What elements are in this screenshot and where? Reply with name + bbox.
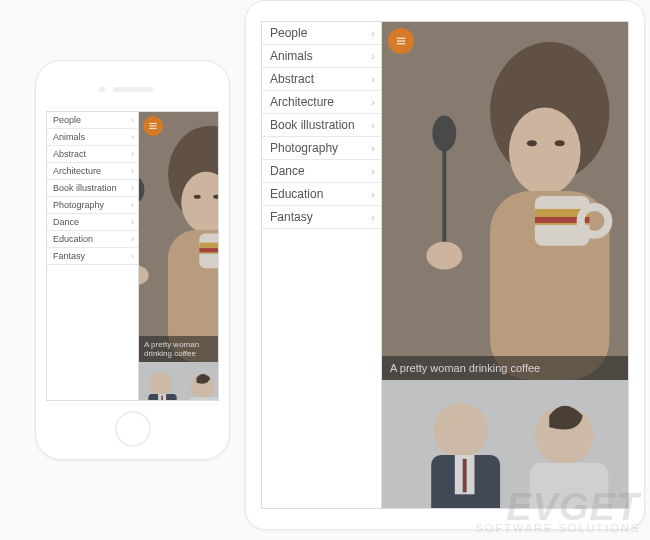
gallery-image [139, 112, 218, 362]
gallery-caption: A pretty woman drinking coffee [139, 336, 218, 362]
chevron-right-icon: › [371, 50, 375, 62]
svg-point-18 [149, 373, 171, 395]
chevron-right-icon: › [131, 183, 134, 193]
sidebar-item-photography[interactable]: Photography › [262, 137, 381, 160]
sidebar-item-dance[interactable]: Dance › [47, 214, 138, 231]
chevron-right-icon: › [371, 211, 375, 223]
gallery-item[interactable] [139, 362, 218, 401]
sidebar-item-book-illustration[interactable]: Book illustration › [262, 114, 381, 137]
sidebar-item-fantasy[interactable]: Fantasy › [262, 206, 381, 229]
svg-point-31 [509, 108, 581, 196]
gallery-item[interactable] [382, 380, 628, 509]
sidebar-item-dance[interactable]: Dance › [262, 160, 381, 183]
gallery: A pretty woman drinking coffee [139, 112, 218, 400]
category-sidebar: People › Animals › Abstract › Architectu… [262, 22, 382, 508]
category-sidebar: People › Animals › Abstract › Architectu… [47, 112, 139, 400]
sidebar-item-animals[interactable]: Animals › [47, 129, 138, 146]
sidebar-item-label: Abstract [270, 72, 314, 86]
menu-icon [147, 120, 159, 132]
gallery-caption: A pretty woman drinking coffee [382, 356, 628, 380]
chevron-right-icon: › [131, 251, 134, 261]
device-phone: People › Animals › Abstract › Architectu… [35, 60, 230, 460]
svg-rect-48 [530, 463, 609, 509]
svg-point-41 [426, 242, 462, 270]
sidebar-item-label: Education [53, 234, 93, 244]
svg-rect-39 [442, 141, 446, 250]
sidebar-item-label: Fantasy [270, 210, 313, 224]
chevron-right-icon: › [131, 166, 134, 176]
chevron-right-icon: › [371, 188, 375, 200]
svg-point-32 [527, 140, 537, 146]
menu-toggle-button[interactable] [143, 116, 163, 136]
gallery: A pretty woman drinking coffee [382, 22, 628, 508]
chevron-right-icon: › [131, 132, 134, 142]
svg-rect-24 [189, 397, 219, 401]
chevron-right-icon: › [371, 73, 375, 85]
svg-point-40 [432, 115, 456, 151]
tablet-screen: People › Animals › Abstract › Architectu… [261, 21, 629, 509]
chevron-right-icon: › [131, 115, 134, 125]
gallery-image [139, 362, 218, 401]
svg-rect-12 [199, 248, 218, 252]
app-root: People › Animals › Abstract › Architectu… [47, 112, 218, 400]
sidebar-item-label: Book illustration [270, 118, 355, 132]
sidebar-item-people[interactable]: People › [262, 22, 381, 45]
sidebar-item-label: Photography [53, 200, 104, 210]
sidebar-item-label: Education [270, 187, 323, 201]
svg-point-33 [555, 140, 565, 146]
sidebar-item-label: Architecture [53, 166, 101, 176]
phone-speaker [113, 87, 153, 92]
chevron-right-icon: › [131, 200, 134, 210]
gallery-item[interactable]: A pretty woman drinking coffee [382, 22, 628, 380]
phone-screen: People › Animals › Abstract › Architectu… [46, 111, 219, 401]
svg-rect-46 [463, 459, 467, 492]
sidebar-item-book-illustration[interactable]: Book illustration › [47, 180, 138, 197]
chevron-right-icon: › [131, 149, 134, 159]
gallery-item[interactable]: A pretty woman drinking coffee [139, 112, 218, 362]
sidebar-item-label: Architecture [270, 95, 334, 109]
sidebar-item-abstract[interactable]: Abstract › [47, 146, 138, 163]
chevron-right-icon: › [371, 165, 375, 177]
sidebar-item-fantasy[interactable]: Fantasy › [47, 248, 138, 265]
sidebar-item-label: Book illustration [53, 183, 117, 193]
sidebar-item-label: People [270, 26, 307, 40]
sidebar-item-label: People [53, 115, 81, 125]
device-tablet: People › Animals › Abstract › Architectu… [245, 0, 645, 530]
sidebar-item-label: Photography [270, 141, 338, 155]
menu-icon [394, 34, 408, 48]
sidebar-item-education[interactable]: Education › [47, 231, 138, 248]
sidebar-item-label: Dance [270, 164, 305, 178]
sidebar-item-label: Dance [53, 217, 79, 227]
sidebar-item-label: Animals [53, 132, 85, 142]
chevron-right-icon: › [371, 27, 375, 39]
sidebar-item-label: Animals [270, 49, 313, 63]
svg-point-7 [194, 195, 201, 199]
sidebar-item-label: Fantasy [53, 251, 85, 261]
sidebar-item-architecture[interactable]: Architecture › [47, 163, 138, 180]
chevron-right-icon: › [371, 96, 375, 108]
gallery-image [382, 380, 628, 509]
sidebar-item-education[interactable]: Education › [262, 183, 381, 206]
sidebar-item-abstract[interactable]: Abstract › [262, 68, 381, 91]
phone-camera [99, 86, 105, 92]
menu-toggle-button[interactable] [388, 28, 414, 54]
phone-home-button[interactable] [115, 411, 151, 447]
gallery-image [382, 22, 628, 380]
sidebar-item-photography[interactable]: Photography › [47, 197, 138, 214]
chevron-right-icon: › [371, 142, 375, 154]
svg-rect-22 [161, 396, 163, 401]
chevron-right-icon: › [131, 217, 134, 227]
sidebar-item-label: Abstract [53, 149, 86, 159]
chevron-right-icon: › [131, 234, 134, 244]
sidebar-item-animals[interactable]: Animals › [262, 45, 381, 68]
svg-point-43 [433, 403, 488, 458]
app-root: People › Animals › Abstract › Architectu… [262, 22, 628, 508]
chevron-right-icon: › [371, 119, 375, 131]
sidebar-item-architecture[interactable]: Architecture › [262, 91, 381, 114]
sidebar-item-people[interactable]: People › [47, 112, 138, 129]
